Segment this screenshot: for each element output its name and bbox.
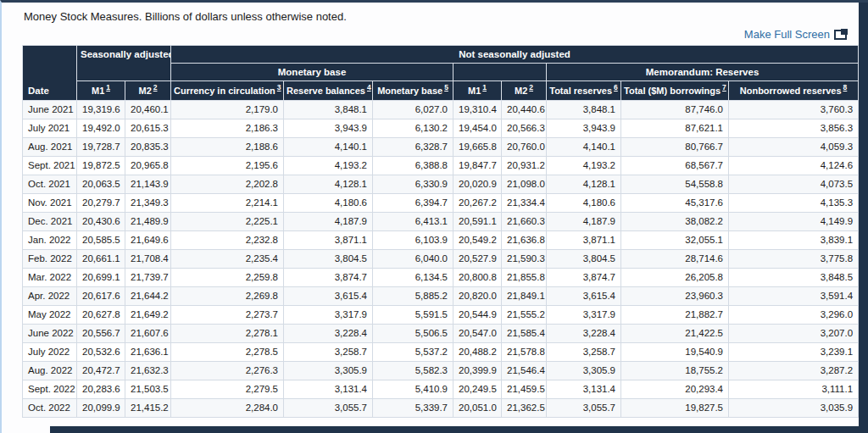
value-cell: 3,258.7: [284, 343, 373, 362]
value-cell: 87,621.1: [621, 119, 729, 138]
footnote-link-6[interactable]: 6: [614, 83, 618, 92]
column-header-nonborrowed-reserves: Nonborrowed reserves8: [729, 81, 859, 101]
value-cell: 21,098.0: [502, 175, 547, 194]
date-cell: Sept. 2021: [23, 157, 77, 175]
value-cell: 21,607.6: [125, 325, 171, 343]
value-cell: 4,187.9: [547, 213, 621, 231]
table-row: May 202220,627.821,649.22,273.73,317.95,…: [23, 306, 859, 325]
footnote-link-8[interactable]: 8: [843, 83, 848, 92]
make-full-screen-link[interactable]: Make Full Screen: [744, 28, 848, 41]
value-cell: 21,555.2: [502, 306, 547, 325]
value-cell: 19,540.9: [621, 343, 729, 362]
value-cell: 20,020.9: [453, 175, 502, 194]
date-cell: Sept. 2022: [23, 380, 77, 399]
footnote-link-5[interactable]: 5: [444, 83, 448, 92]
value-cell: 20,099.9: [77, 399, 125, 418]
value-cell: 20,249.5: [453, 380, 502, 399]
value-cell: 3,874.7: [547, 269, 621, 287]
column-label: Total ($M) borrowings: [624, 86, 721, 96]
value-cell: 3,228.4: [547, 325, 621, 343]
value-cell: 20,430.6: [77, 213, 125, 231]
value-cell: 6,388.8: [373, 157, 453, 175]
column-label: Currency in circulation: [174, 86, 275, 96]
value-cell: 21,636.8: [502, 231, 547, 250]
value-cell: 5,506.5: [373, 325, 453, 343]
column-header-total-borrowings: Total ($M) borrowings7: [621, 81, 729, 101]
value-cell: 3,055.7: [284, 399, 373, 418]
column-label: Nonborrowed reserves: [740, 86, 842, 96]
value-cell: 2,259.8: [171, 269, 284, 287]
value-cell: 20,527.9: [453, 250, 502, 269]
column-label: M2: [515, 86, 527, 96]
value-cell: 20,532.6: [77, 343, 125, 362]
column-header-monetary-base: Monetary base5: [373, 81, 453, 101]
page-title: Money Stock Measures. Billions of dollar…: [24, 10, 868, 23]
value-cell: 3,848.1: [547, 101, 621, 119]
horizontal-scrollbar[interactable]: [50, 426, 868, 433]
value-cell: 26,205.8: [621, 269, 729, 287]
value-cell: 3,239.1: [729, 343, 859, 362]
value-cell: 20,547.0: [453, 325, 502, 343]
column-label: M1: [468, 86, 481, 96]
money-stock-table: Date Seasonally adjusted Not seasonally …: [22, 45, 859, 418]
footnote-link-1[interactable]: 1: [106, 83, 110, 92]
value-cell: 5,410.9: [373, 380, 453, 399]
date-cell: Aug. 2021: [23, 138, 77, 157]
value-cell: 3,591.4: [729, 287, 859, 306]
value-cell: 3,305.9: [284, 362, 373, 380]
value-cell: 20,460.1: [125, 101, 171, 119]
value-cell: 20,931.2: [502, 157, 547, 175]
table-row: July 202220,532.621,636.12,278.53,258.75…: [23, 343, 859, 362]
footnote-link-4[interactable]: 4: [367, 83, 371, 92]
value-cell: 20,472.7: [77, 362, 125, 380]
value-cell: 4,180.6: [284, 194, 373, 213]
value-cell: 21,546.4: [502, 362, 547, 380]
value-cell: 21,143.9: [125, 175, 171, 194]
value-cell: 21,422.5: [621, 325, 729, 343]
footnote-link-2[interactable]: 2: [153, 83, 158, 92]
value-cell: 6,027.0: [373, 101, 453, 119]
value-cell: 4,124.6: [729, 157, 859, 175]
value-cell: 3,615.4: [547, 287, 621, 306]
value-cell: 28,714.6: [621, 250, 729, 269]
value-cell: 2,195.6: [171, 157, 284, 175]
footnote-link-2b[interactable]: 2: [529, 83, 533, 92]
value-cell: 6,134.5: [373, 269, 453, 287]
value-cell: 3,856.3: [729, 119, 859, 138]
value-cell: 3,035.9: [729, 399, 859, 418]
value-cell: 4,149.9: [729, 213, 859, 231]
table-row: Nov. 202120,279.721,349.32,214.14,180.66…: [23, 194, 859, 213]
value-cell: 4,187.9: [284, 213, 373, 231]
footnote-link-1b[interactable]: 1: [482, 83, 487, 92]
value-cell: 3,804.5: [284, 250, 373, 269]
value-cell: 2,186.3: [171, 119, 284, 138]
value-cell: 23,960.3: [621, 287, 729, 306]
value-cell: 19,319.6: [77, 101, 125, 119]
value-cell: 20,051.0: [453, 399, 502, 418]
value-cell: 2,232.8: [171, 231, 284, 250]
make-full-screen-label: Make Full Screen: [744, 28, 830, 41]
date-cell: June 2021: [23, 101, 77, 119]
value-cell: 20,965.8: [125, 157, 171, 175]
value-cell: 6,040.0: [373, 250, 453, 269]
value-cell: 6,103.9: [373, 231, 453, 250]
date-cell: Oct. 2021: [23, 175, 77, 194]
value-cell: 3,615.4: [284, 287, 373, 306]
value-cell: 21,349.3: [125, 194, 171, 213]
date-cell: Aug. 2022: [23, 362, 77, 380]
table-row: Oct. 202120,063.521,143.92,202.84,128.16…: [23, 175, 859, 194]
value-cell: 5,885.2: [373, 287, 453, 306]
value-cell: 3,775.8: [729, 250, 859, 269]
date-cell: June 2022: [23, 325, 77, 343]
footnote-link-7[interactable]: 7: [722, 83, 726, 92]
value-cell: 20,800.8: [453, 269, 502, 287]
vertical-scrollbar[interactable]: [859, 3, 868, 433]
value-cell: 21,489.9: [125, 213, 171, 231]
date-cell: May 2022: [23, 306, 77, 325]
value-cell: 2,235.4: [171, 250, 284, 269]
value-cell: 4,128.1: [547, 175, 621, 194]
footnote-link-3[interactable]: 3: [277, 83, 281, 92]
value-cell: 21,708.4: [125, 250, 171, 269]
value-cell: 3,871.1: [547, 231, 621, 250]
value-cell: 6,413.1: [373, 213, 453, 231]
